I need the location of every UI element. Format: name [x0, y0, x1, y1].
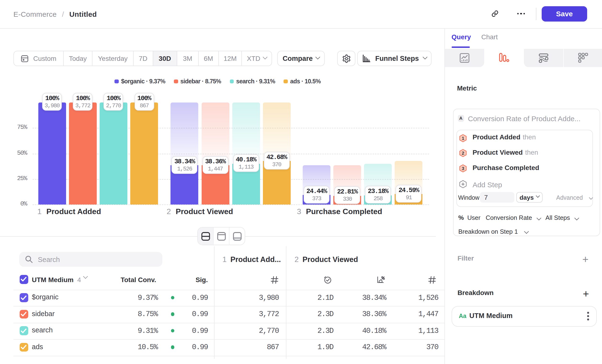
svg-text:1: 1: [462, 136, 464, 141]
svg-text:2: 2: [462, 151, 464, 156]
svg-text:3: 3: [462, 166, 464, 171]
